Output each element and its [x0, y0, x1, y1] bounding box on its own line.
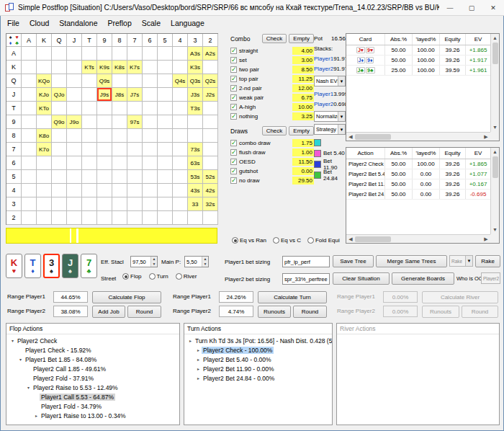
tree-node[interactable]: Player1 Check - 15.92% [6, 345, 179, 355]
tree-node[interactable]: Player2 Fold - 37.91% [6, 373, 179, 383]
grid-cell[interactable] [127, 197, 143, 211]
grid-cell[interactable] [67, 197, 82, 211]
grid-cell[interactable] [82, 102, 97, 115]
grid-cell[interactable] [82, 197, 97, 211]
generate-boards-button[interactable]: Generate Boards [392, 272, 454, 285]
grid-cell-42s[interactable]: 42s [203, 184, 218, 197]
grid-cell-k7s[interactable]: K7s [127, 61, 143, 74]
grid-cell[interactable] [97, 170, 112, 184]
menu-item-preflop[interactable]: Preflop [103, 17, 137, 30]
grid-cell[interactable] [97, 197, 112, 211]
grid-cell[interactable] [173, 88, 188, 102]
scrollbar-thumb[interactable] [492, 43, 498, 64]
combo-weight-value[interactable]: 0.00 [292, 167, 314, 175]
grid-cell-k9s[interactable]: K9s [97, 61, 112, 74]
grid-cell[interactable] [158, 102, 173, 115]
checkbox-set[interactable]: ✓ [230, 57, 237, 63]
merge-same-trees-button[interactable]: Merge Same Trees [376, 255, 447, 267]
combo-check-button[interactable]: Check [262, 34, 287, 43]
card-table-row[interactable]: J♥9♥50.00100.0039.26+1.865 [346, 45, 490, 55]
grid-cell[interactable] [22, 47, 37, 61]
grid-cell[interactable] [22, 170, 37, 184]
grid-cell[interactable] [173, 129, 188, 143]
grid-cell-j7s[interactable]: J7s [127, 88, 143, 102]
grid-cell[interactable] [188, 129, 203, 143]
board-card-7[interactable]: 7♣ [81, 254, 97, 278]
grid-cell[interactable] [67, 129, 82, 143]
combo-weight-value[interactable]: 1.75 [292, 139, 314, 147]
p2-sizing-input[interactable]: spr_33%_perftree [282, 273, 330, 285]
grid-cell[interactable] [203, 143, 218, 156]
spinner-arrows[interactable]: ▲▼ [202, 257, 208, 267]
grid-cell-j3s[interactable]: J3s [188, 88, 203, 102]
grid-cell-q9o[interactable]: Q9o [52, 115, 67, 129]
save-tree-button[interactable]: Save T­ree [333, 255, 374, 267]
combo-empty-button[interactable]: Empty [289, 34, 314, 43]
combo-weight-value[interactable]: 29.50 [292, 177, 314, 185]
nash-evs-dropdown[interactable]: Nash EVs ▼ [314, 76, 346, 86]
grid-cell-a2s[interactable]: A2s [203, 47, 218, 61]
grid-cell[interactable] [158, 74, 173, 88]
vertical-scrollbar[interactable]: ▲ ▼ [490, 34, 499, 132]
grid-cell[interactable] [127, 102, 143, 115]
grid-cell[interactable] [143, 143, 158, 156]
expander-icon[interactable]: ▾ [17, 357, 24, 362]
grid-cell[interactable] [143, 47, 158, 61]
checkbox-nothing[interactable]: ✓ [230, 113, 237, 120]
rake-dropdown[interactable]: Rake ▼ [449, 255, 473, 267]
grid-cell[interactable] [112, 170, 127, 184]
grid-cell[interactable] [37, 170, 52, 184]
card-table-row[interactable]: J♦9♦50.00100.0039.26+1.917 [346, 55, 490, 66]
grid-cell-q2s[interactable]: Q2s [203, 74, 218, 88]
grid-cell[interactable] [67, 88, 82, 102]
expander-icon[interactable]: ▾ [25, 385, 32, 390]
grid-cell[interactable] [143, 129, 158, 143]
grid-cell[interactable] [158, 61, 173, 74]
grid-cell[interactable] [82, 156, 97, 170]
grid-cell[interactable] [127, 47, 143, 61]
grid-cell[interactable] [173, 184, 188, 197]
stack-player-link[interactable]: Player2 [314, 66, 333, 72]
grid-cell[interactable] [173, 170, 188, 184]
tree-node[interactable]: ▸Player1 Raise to 13.00 - 0.34% [6, 411, 179, 420]
grid-cell[interactable] [203, 61, 218, 74]
nash-ev-player-link[interactable]: Player2 [314, 101, 333, 107]
grid-cell[interactable] [67, 156, 82, 170]
grid-cell-97s[interactable]: 97s [127, 115, 143, 129]
grid-cell[interactable] [112, 74, 127, 88]
grid-cell[interactable] [82, 184, 97, 197]
grid-cell[interactable] [52, 184, 67, 197]
grid-cell[interactable] [127, 129, 143, 143]
grid-cell-j9o[interactable]: J9o [67, 115, 82, 129]
grid-cell[interactable] [37, 211, 52, 225]
grid-cell[interactable] [143, 184, 158, 197]
grid-cell[interactable] [203, 156, 218, 170]
grid-cell[interactable] [22, 115, 37, 129]
range-p2-turn-pct[interactable]: 4.74% [219, 306, 253, 317]
grid-cell[interactable] [203, 102, 218, 115]
grid-cell[interactable] [158, 184, 173, 197]
grid-cell[interactable] [22, 184, 37, 197]
grid-cell[interactable] [37, 47, 52, 61]
p1-sizing-input[interactable]: pfr_ip_perf [282, 256, 330, 267]
tree-node[interactable]: ▸Player2 Bet 5.40 - 0.00% [184, 355, 332, 364]
grid-cell[interactable] [127, 74, 143, 88]
grid-cell[interactable] [173, 143, 188, 156]
grid-cell[interactable] [52, 197, 67, 211]
grid-cell[interactable] [143, 61, 158, 74]
who-is-oop-dropdown[interactable]: Player2 [481, 272, 500, 284]
grid-cell[interactable] [188, 211, 203, 225]
round-turn-button[interactable]: Round [293, 306, 327, 318]
strategy-dropdown[interactable]: Strategy Show ▼ [314, 124, 346, 135]
action-table-row[interactable]: Player2 Bet 24...50.000.0039.26-0.695 [346, 190, 490, 200]
grid-cell[interactable] [67, 102, 82, 115]
clear-situation-button[interactable]: Clear Situation [333, 272, 390, 285]
grid-cell[interactable] [52, 156, 67, 170]
grid-cell[interactable] [173, 102, 188, 115]
normalize-dropdown[interactable]: Normalize weic ▼ [314, 111, 346, 122]
grid-cell[interactable] [22, 156, 37, 170]
expander-icon[interactable]: ▸ [195, 376, 202, 381]
grid-cell[interactable] [158, 47, 173, 61]
grid-cell[interactable] [37, 115, 52, 129]
grid-cell-q3s[interactable]: Q3s [188, 74, 203, 88]
